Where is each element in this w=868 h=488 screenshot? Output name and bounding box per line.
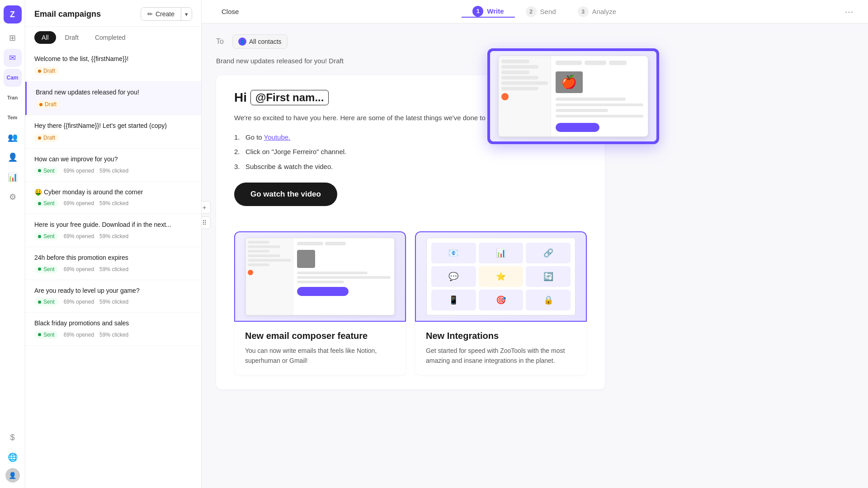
status-badge: Draft <box>34 67 59 75</box>
open-rate: 69% opened <box>64 299 94 305</box>
card-body-email: New email composer feature You can now w… <box>234 322 406 375</box>
status-badge: Sent <box>34 167 58 175</box>
left-panel: Email campaigns ✏ Create ▾ All Draft Com… <box>25 0 202 488</box>
mock-right-panel: 🍎 <box>551 56 648 136</box>
sidebar-item-campaigns[interactable]: ✉ <box>4 49 22 67</box>
badge-label: Draft <box>43 68 55 74</box>
create-button-group: ✏ Create ▾ <box>141 7 192 21</box>
sidebar-item-settings[interactable]: ⚙ <box>4 188 22 206</box>
click-rate: 59% clicked <box>99 233 128 239</box>
sidebar-item-tem[interactable]: Tem <box>4 108 22 127</box>
click-rate: 59% clicked <box>99 299 128 305</box>
popup-inner: 🍎 <box>490 51 656 141</box>
sidebar-item-cam[interactable]: Cam <box>4 69 22 87</box>
top-bar: Close 1 Write 2 Send 3 Analyze ⋯ <box>202 0 868 23</box>
status-dot <box>38 136 41 140</box>
card-title-email: New email composer feature <box>245 331 395 341</box>
card-mock <box>245 238 395 315</box>
create-button-label: Create <box>156 10 175 18</box>
sidebar-item-contacts[interactable]: 👥 <box>4 128 22 146</box>
add-block-button[interactable]: + <box>202 201 211 214</box>
sidebar-item-home[interactable]: ⊞ <box>4 29 22 47</box>
panel-title: Email campaigns <box>34 9 101 19</box>
badge-label: Sent <box>43 266 55 272</box>
subject-text: Brand new updates released for you! Draf… <box>216 57 344 65</box>
campaign-item[interactable]: Welcome to the list, {{firstName}}! Draf… <box>25 48 201 82</box>
status-badge: Sent <box>34 298 58 306</box>
tab-draft[interactable]: Draft <box>58 31 86 44</box>
card-mock-right <box>293 238 395 315</box>
campaign-title: 🤑 Cyber monday is around the corner <box>34 188 192 197</box>
click-rate: 59% clicked <box>99 168 128 174</box>
more-options-button[interactable]: ⋯ <box>844 6 854 17</box>
campaign-item[interactable]: How can we improve for you? Sent 69% ope… <box>25 149 201 182</box>
to-label: To <box>216 38 227 46</box>
card-mock-left <box>246 238 293 315</box>
step-send[interactable]: 2 Send <box>515 6 567 17</box>
contacts-icon: 👤 <box>238 38 246 46</box>
status-dot <box>38 235 41 238</box>
feature-cards: New email composer feature You can now w… <box>234 231 587 375</box>
step-2-circle: 2 <box>526 6 537 17</box>
campaign-item[interactable]: Brand new updates released for you! Draf… <box>25 82 201 115</box>
sidebar-item-globe[interactable]: 🌐 <box>4 448 22 466</box>
cta-button[interactable]: Go watch the video <box>234 183 337 206</box>
step-analyze[interactable]: 3 Analyze <box>567 6 627 17</box>
sidebar-item-tran[interactable]: Tran <box>4 89 22 107</box>
campaign-item[interactable]: Here is your free guide. Download if in … <box>25 214 201 247</box>
step-3-text: 3. Subscribe & watch the video. <box>234 162 587 172</box>
tab-completed[interactable]: Completed <box>88 31 133 44</box>
status-dot <box>38 70 41 73</box>
click-rate: 59% clicked <box>99 266 128 272</box>
email-area: To 👤 All contacts Brand new updates rele… <box>202 23 868 488</box>
feature-card-integrations: 📧 📊 🔗 💬 ⭐ 🔄 📱 🎯 🔒 New Integration <box>415 231 587 375</box>
sidebar-item-user[interactable]: 👤 <box>4 148 22 166</box>
open-rate: 69% opened <box>64 233 94 239</box>
sidebar-item-dollar[interactable]: $ <box>4 428 22 446</box>
campaign-list: Welcome to the list, {{firstName}}! Draf… <box>25 48 201 488</box>
open-rate: 69% opened <box>64 200 94 206</box>
campaign-title: Welcome to the list, {{firstName}}! <box>34 55 192 64</box>
create-button[interactable]: ✏ Create <box>141 8 181 20</box>
email-left-toolbar: + ⠿ <box>202 201 211 229</box>
card-body-integrations: New Integrations Get started for speed w… <box>415 322 587 375</box>
card-title-integrations: New Integrations <box>426 331 576 341</box>
badge-label: Draft <box>45 101 57 108</box>
integration-6: 🔄 <box>526 266 571 287</box>
campaign-title: Are you ready to level up your game? <box>34 286 192 296</box>
mock-left-panel <box>499 56 551 136</box>
close-button[interactable]: Close <box>216 5 244 18</box>
step-1-circle: 1 <box>472 6 483 17</box>
contacts-selector[interactable]: 👤 All contacts <box>232 34 288 49</box>
step-write[interactable]: 1 Write <box>462 6 514 18</box>
youtube-link[interactable]: Youtube. <box>264 133 291 141</box>
integration-2: 📊 <box>479 243 524 263</box>
status-dot <box>38 267 41 271</box>
campaign-item[interactable]: 24h before this promotion expires Sent 6… <box>25 247 201 280</box>
campaign-title: How can we improve for you? <box>34 155 192 164</box>
status-dot <box>39 103 42 106</box>
step-1-label: Write <box>487 7 504 15</box>
badge-label: Sent <box>43 233 55 239</box>
step-2-label: Send <box>540 8 556 15</box>
integration-4: 💬 <box>431 266 476 287</box>
campaign-item[interactable]: Black friday promotions and sales Sent 6… <box>25 313 201 346</box>
user-avatar[interactable]: 👤 <box>5 468 20 483</box>
top-bar-left: Close <box>216 5 244 18</box>
main-area: Close 1 Write 2 Send 3 Analyze ⋯ To 👤 Al… <box>202 0 868 488</box>
card-text-email: You can now write emails that feels like… <box>245 346 395 366</box>
campaign-item[interactable]: Hey there {{firstName}}! Let's get start… <box>25 115 201 149</box>
drag-handle[interactable]: ⠿ <box>202 216 211 229</box>
tab-all[interactable]: All <box>34 31 56 44</box>
campaign-item[interactable]: Are you ready to level up your game? Sen… <box>25 280 201 313</box>
campaign-item[interactable]: 🤑 Cyber monday is around the corner Sent… <box>25 182 201 215</box>
create-dropdown-arrow[interactable]: ▾ <box>181 8 192 20</box>
app-logo: Z <box>4 5 22 23</box>
integration-7: 📱 <box>431 290 476 310</box>
sidebar-item-analytics[interactable]: 📊 <box>4 168 22 186</box>
step-3-label: Analyze <box>592 8 616 15</box>
first-name-tag[interactable]: @First nam... <box>250 90 329 105</box>
sidebar-bottom: $ 🌐 👤 <box>4 428 22 483</box>
video-preview-popup: 🍎 <box>487 48 659 144</box>
status-dot <box>38 202 41 205</box>
